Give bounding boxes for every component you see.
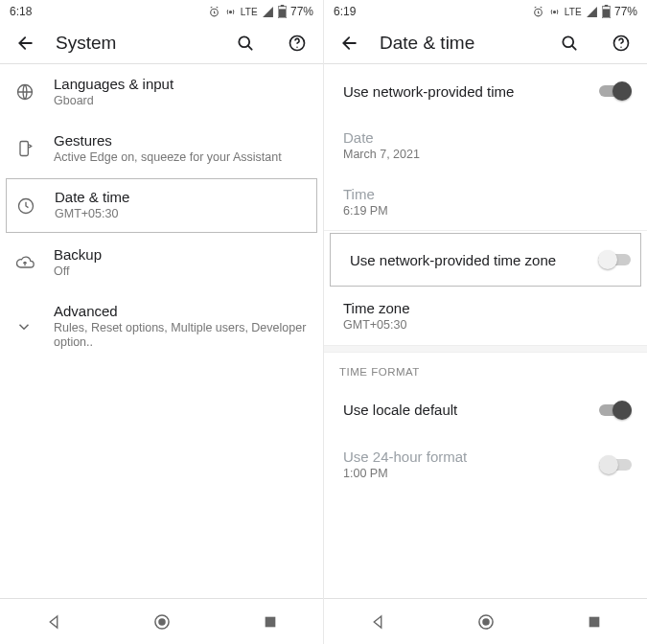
status-bar: 6:19 LTE 77% — [324, 0, 647, 23]
nav-recent-icon[interactable] — [587, 614, 602, 630]
row-label: Gestures — [54, 132, 308, 149]
status-clock: 6:18 — [10, 5, 32, 18]
row-label: Use network-provided time zone — [350, 252, 598, 268]
row-sub: GMT+05:30 — [343, 318, 632, 334]
nav-bar — [324, 598, 647, 644]
cloud-upload-icon — [15, 253, 54, 272]
row-label: Use locale default — [343, 402, 599, 418]
clock-icon — [16, 196, 55, 216]
signal-icon — [262, 6, 274, 18]
nav-recent-icon[interactable] — [263, 614, 278, 630]
row-label: Use network-provided time — [343, 83, 599, 100]
row-sub: 1:00 PM — [343, 467, 599, 482]
row-network-time[interactable]: Use network-provided time — [324, 64, 647, 118]
row-24-hour: Use 24-hour format 1:00 PM — [324, 437, 647, 494]
row-date: Date March 7, 2021 — [324, 118, 647, 174]
help-icon[interactable] — [611, 33, 632, 54]
nav-back-icon[interactable] — [369, 613, 386, 631]
row-sub: Rules, Reset options, Multiple users, De… — [54, 321, 308, 351]
lte-label: LTE — [565, 7, 582, 17]
gestures-icon — [15, 139, 54, 158]
hotspot-icon — [548, 6, 561, 18]
svg-point-1 — [229, 11, 231, 12]
back-icon[interactable] — [339, 33, 360, 54]
spacer — [324, 494, 647, 599]
hotspot-icon — [224, 6, 237, 18]
section-gap — [324, 345, 647, 353]
chevron-down-icon — [15, 318, 54, 335]
row-label: Backup — [54, 246, 308, 263]
row-use-locale-default[interactable]: Use locale default — [324, 383, 647, 437]
row-gestures[interactable]: Gestures Active Edge on, squeeze for you… — [0, 121, 323, 177]
status-right: LTE 77% — [532, 5, 637, 18]
section-time-format: TIME FORMAT — [324, 353, 647, 383]
screen-system: 6:18 LTE 77% System Languages & input Gb… — [0, 0, 323, 644]
row-languages-input[interactable]: Languages & input Gboard — [0, 64, 323, 121]
svg-point-21 — [620, 46, 622, 47]
row-label: Use 24-hour format — [343, 448, 599, 465]
status-right: LTE 77% — [208, 5, 313, 18]
toggle-network-time[interactable] — [599, 81, 632, 101]
row-advanced[interactable]: Advanced Rules, Reset options, Multiple … — [0, 291, 323, 362]
lte-label: LTE — [241, 7, 258, 17]
row-sub: Gboard — [54, 94, 308, 109]
svg-rect-24 — [589, 616, 599, 627]
alarm-icon — [208, 6, 220, 18]
row-date-time[interactable]: Date & time GMT+05:30 — [6, 178, 317, 233]
battery-pct: 77% — [614, 5, 637, 18]
toggle-network-timezone[interactable] — [598, 250, 631, 269]
status-clock: 6:19 — [334, 5, 356, 18]
divider — [324, 230, 647, 231]
battery-pct: 77% — [290, 5, 313, 18]
battery-icon — [278, 5, 287, 18]
back-icon[interactable] — [15, 33, 36, 54]
row-sub: GMT+05:30 — [55, 207, 307, 222]
row-network-timezone[interactable]: Use network-provided time zone — [330, 233, 641, 287]
row-timezone[interactable]: Time zone GMT+05:30 — [324, 288, 647, 345]
page-title: Date & time — [380, 33, 540, 54]
row-sub: Active Edge on, squeeze for your Assista… — [54, 150, 308, 166]
row-label: Languages & input — [54, 76, 308, 92]
screen-date-time: 6:19 LTE 77% Date & time Use network-pro… — [324, 0, 647, 644]
row-sub: Off — [54, 264, 308, 280]
svg-point-12 — [159, 618, 167, 626]
battery-icon — [602, 5, 611, 18]
nav-back-icon[interactable] — [45, 613, 62, 631]
nav-home-icon[interactable] — [476, 612, 496, 632]
globe-icon — [15, 82, 54, 102]
svg-point-7 — [296, 46, 298, 47]
row-backup[interactable]: Backup Off — [0, 235, 323, 291]
nav-home-icon[interactable] — [152, 612, 172, 632]
help-icon[interactable] — [287, 33, 308, 54]
svg-point-23 — [483, 618, 491, 626]
status-bar: 6:18 LTE 77% — [0, 0, 323, 23]
app-bar: Date & time — [324, 23, 647, 63]
svg-rect-18 — [603, 9, 610, 17]
svg-rect-4 — [279, 9, 286, 17]
search-icon[interactable] — [559, 33, 580, 54]
signal-icon — [586, 6, 598, 18]
page-title: System — [56, 33, 216, 54]
row-label: Date — [343, 129, 632, 146]
toggle-24-hour — [599, 455, 632, 474]
app-bar: System — [0, 23, 323, 63]
svg-rect-9 — [20, 141, 28, 155]
svg-rect-13 — [265, 616, 275, 627]
toggle-locale-default[interactable] — [599, 401, 632, 420]
search-icon[interactable] — [235, 33, 256, 54]
nav-bar — [0, 598, 323, 644]
row-time: Time 6:19 PM — [324, 174, 647, 231]
row-sub: 6:19 PM — [343, 204, 632, 219]
svg-point-15 — [553, 11, 555, 12]
row-sub: March 7, 2021 — [343, 148, 632, 163]
row-label: Advanced — [54, 303, 308, 319]
spacer — [0, 362, 323, 598]
row-label: Time zone — [343, 300, 632, 316]
row-label: Date & time — [55, 189, 307, 205]
row-label: Time — [343, 186, 632, 202]
alarm-icon — [532, 6, 544, 18]
